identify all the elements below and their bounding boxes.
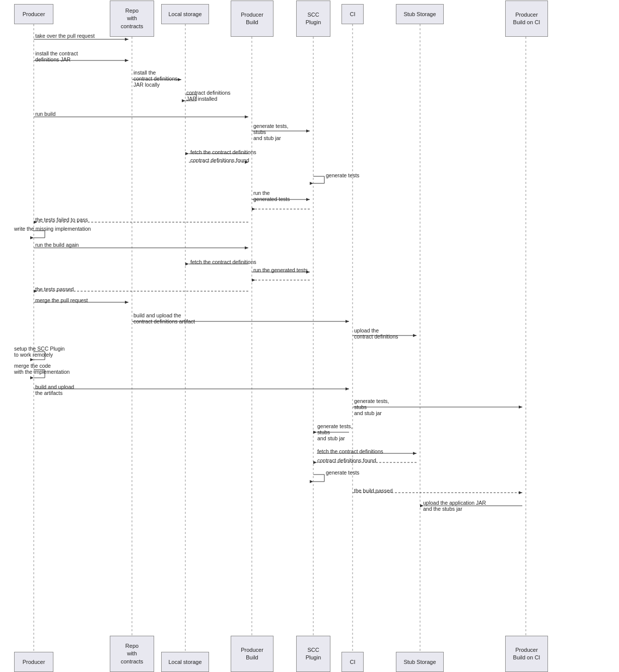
actor-scc-plugin-bottom: SCCPlugin [296,636,330,672]
msg-run-build: run build [35,111,55,117]
msg-tests-failed: the tests failed to pass [35,217,88,223]
msg-upload-contracts: upload thecontract definitions [354,327,398,340]
msg-upload-app-jar: upload the application JARand the stubs … [423,500,486,512]
actor-ci-bottom: CI [341,652,364,672]
msg-generate-ci-1: generate tests,stubsand stub jar [354,398,389,416]
msg-fetch-contracts-1: fetch the contract definitions [190,149,256,155]
msg-build-upload-artifacts: build and uploadthe artifacts [35,384,74,396]
actor-stub-storage-bottom: Stub Storage [396,652,444,672]
msg-generate-tests-self-1: generate tests [326,172,360,178]
actor-producer-bottom: Producer [14,652,53,672]
msg-fetch-contracts-ci: fetch the contract definitions [317,448,383,454]
msg-install-jar-locally: install thecontract definitionsJAR local… [133,70,178,88]
msg-merge-pr: merge the pull request [35,297,88,303]
actor-producer-build-ci-bottom: ProducerBuild on CI [505,636,548,672]
sequence-diagram: Producer Repowithcontracts Local storage… [0,0,619,672]
msg-contracts-found-1: contract definitions found [190,157,249,163]
msg-setup-scc: setup the SCC Pluginto work remotely [14,346,64,358]
msg-write-impl: write the missing implementation [14,226,91,232]
msg-build-upload-contracts: build and upload thecontract definitions… [133,312,195,324]
msg-generate-ci-2: generate tests,stubsand stub jar [317,423,352,441]
msg-fetch-contracts-2: fetch the contract definitions [190,259,256,265]
msg-install-jar: install the contractdefinitions JAR [35,50,78,62]
msg-run-build-again: run the build again [35,242,79,248]
msg-take-over: take over the pull request [35,33,95,39]
msg-build-passed: the build passed [354,488,392,494]
actor-producer-build-bottom: ProducerBuild [231,636,273,672]
msg-jar-installed: contract definitionsJAR installed [186,90,231,102]
msg-generate-tests-1: generate tests,stubsand stub jar [253,123,288,141]
actor-repo-bottom: Repowithcontracts [110,636,154,672]
actor-local-storage-bottom: Local storage [161,652,209,672]
msg-contracts-found-ci: contract definitions found [317,457,376,463]
msg-run-generated-tests-1: run thegenerated tests [253,190,290,202]
msg-merge-code: merge the codewith the implementation [14,363,70,375]
msg-generate-tests-self-ci: generate tests [326,469,360,476]
msg-run-generated-2: run the generated tests [253,267,308,273]
msg-tests-passed: the tests passed [35,286,74,292]
